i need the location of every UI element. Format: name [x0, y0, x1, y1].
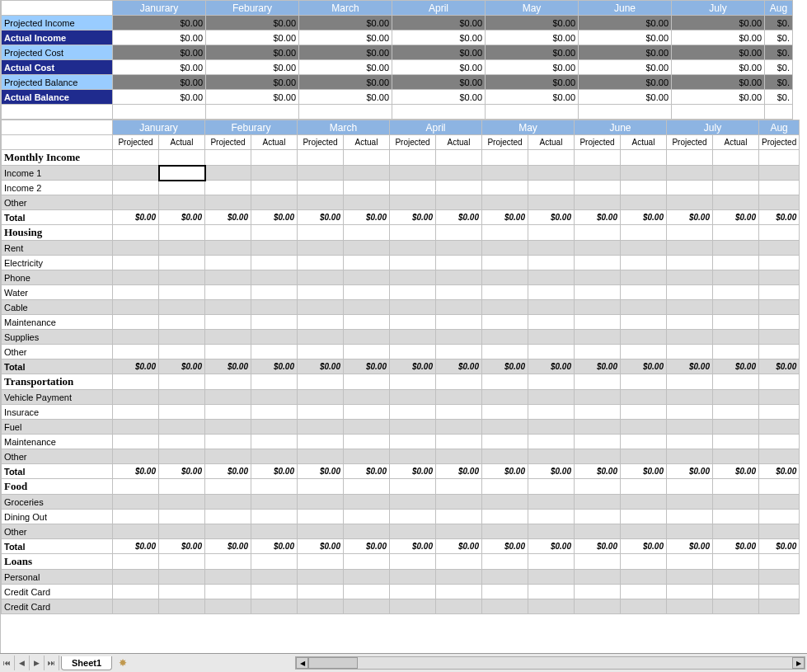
sheet-tab[interactable]: Sheet1	[61, 656, 112, 670]
cell[interactable]	[528, 420, 575, 435]
cell[interactable]	[113, 449, 159, 464]
horizontal-scrollbar[interactable]: ◀ ▶	[295, 656, 805, 670]
cell[interactable]	[667, 181, 713, 195]
subheader-actual[interactable]: Actual	[713, 135, 759, 150]
total-value[interactable]: $0.00	[205, 210, 251, 225]
cell[interactable]	[251, 554, 298, 570]
cell[interactable]	[436, 554, 482, 570]
cell[interactable]	[528, 435, 575, 449]
summary-value[interactable]: $0.00	[486, 16, 579, 31]
cell[interactable]	[344, 345, 390, 359]
cell[interactable]	[621, 241, 667, 256]
total-value[interactable]: $0.00	[436, 539, 482, 554]
cell[interactable]	[528, 345, 575, 359]
cell[interactable]	[667, 585, 713, 599]
cell[interactable]	[344, 285, 390, 300]
cell[interactable]	[667, 420, 713, 435]
cell[interactable]	[713, 166, 759, 181]
cell[interactable]	[528, 150, 575, 166]
cell[interactable]	[390, 270, 436, 285]
cell[interactable]	[621, 495, 667, 510]
cell[interactable]	[298, 181, 344, 195]
subheader-actual[interactable]: Actual	[159, 135, 205, 150]
cell[interactable]	[251, 150, 298, 166]
cell[interactable]	[159, 256, 205, 270]
scroll-thumb[interactable]	[308, 657, 358, 669]
summary-value[interactable]: $0.00	[113, 60, 206, 75]
blank-cell[interactable]	[579, 105, 672, 120]
total-value[interactable]: $0.00	[298, 359, 344, 374]
summary-value[interactable]: $0.00	[486, 60, 579, 75]
month-header[interactable]: Feburary	[205, 120, 298, 135]
cell[interactable]	[528, 181, 575, 195]
cell[interactable]	[575, 345, 621, 359]
cell[interactable]	[205, 405, 251, 420]
total-value[interactable]: $0.00	[436, 464, 482, 479]
cell[interactable]	[390, 390, 436, 405]
cell[interactable]	[298, 524, 344, 539]
cell[interactable]	[667, 390, 713, 405]
cell[interactable]	[713, 390, 759, 405]
cell[interactable]	[667, 405, 713, 420]
total-value[interactable]: $0.00	[159, 464, 205, 479]
cell[interactable]	[436, 390, 482, 405]
item-label[interactable]: Other	[2, 449, 113, 464]
summary-value[interactable]: $0.00	[299, 31, 392, 45]
cell[interactable]	[713, 241, 759, 256]
cell[interactable]	[159, 510, 205, 524]
cell[interactable]	[205, 495, 251, 510]
total-value[interactable]: $0.00	[159, 210, 205, 225]
cell[interactable]	[344, 435, 390, 449]
cell[interactable]	[113, 345, 159, 359]
cell[interactable]	[251, 315, 298, 330]
total-value[interactable]: $0.00	[436, 359, 482, 374]
cell[interactable]	[390, 435, 436, 449]
cell[interactable]	[528, 256, 575, 270]
cell[interactable]	[344, 495, 390, 510]
summary-value[interactable]: $0.00	[299, 60, 392, 75]
cell[interactable]	[205, 315, 251, 330]
cell[interactable]	[759, 420, 800, 435]
cell[interactable]	[482, 256, 528, 270]
total-value[interactable]: $0.00	[251, 539, 298, 554]
month-header[interactable]: July	[672, 1, 765, 16]
cell[interactable]	[390, 181, 436, 195]
cell[interactable]	[713, 285, 759, 300]
cell[interactable]	[251, 420, 298, 435]
cell[interactable]	[575, 241, 621, 256]
cell[interactable]	[482, 315, 528, 330]
cell[interactable]	[113, 300, 159, 315]
cell[interactable]	[621, 330, 667, 345]
cell[interactable]	[621, 256, 667, 270]
tab-nav-prev-icon[interactable]: ◀	[15, 656, 30, 670]
summary-value[interactable]: $0.00	[579, 31, 672, 45]
cell[interactable]	[528, 285, 575, 300]
cell[interactable]	[159, 374, 205, 390]
cell[interactable]	[713, 181, 759, 195]
month-header[interactable]: March	[298, 120, 390, 135]
cell[interactable]	[159, 181, 205, 195]
cell[interactable]	[482, 435, 528, 449]
total-value[interactable]: $0.00	[528, 539, 575, 554]
total-value[interactable]: $0.00	[482, 464, 528, 479]
cell[interactable]	[205, 330, 251, 345]
item-label[interactable]: Other	[2, 195, 113, 210]
cell[interactable]	[113, 195, 159, 210]
cell[interactable]	[482, 495, 528, 510]
cell[interactable]	[621, 150, 667, 166]
cell[interactable]	[482, 449, 528, 464]
cell[interactable]	[344, 585, 390, 599]
cell[interactable]	[713, 330, 759, 345]
cell[interactable]	[390, 195, 436, 210]
total-value[interactable]: $0.00	[713, 464, 759, 479]
cell[interactable]	[113, 270, 159, 285]
cell[interactable]	[251, 300, 298, 315]
summary-value[interactable]: $0.00	[206, 31, 299, 45]
cell[interactable]	[759, 256, 800, 270]
cell[interactable]	[436, 181, 482, 195]
cell[interactable]	[205, 479, 251, 495]
cell[interactable]	[113, 150, 159, 166]
cell[interactable]	[344, 554, 390, 570]
cell[interactable]	[251, 585, 298, 599]
cell[interactable]	[528, 166, 575, 181]
